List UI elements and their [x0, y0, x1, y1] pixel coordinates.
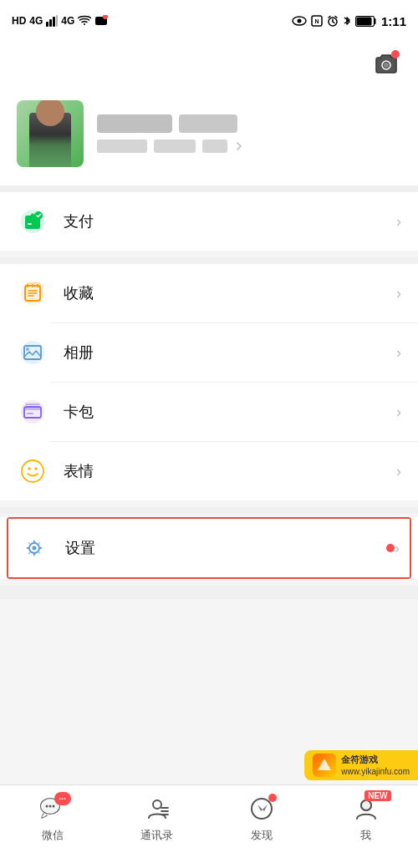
avatar-figure — [29, 113, 71, 167]
alarm-icon — [327, 15, 339, 27]
favorites-icon — [17, 277, 48, 309]
profile-name-row — [97, 114, 401, 133]
discover-badge-dot — [268, 794, 277, 802]
contacts-icon — [145, 796, 170, 821]
avatar-head — [36, 100, 64, 126]
svg-marker-37 — [318, 759, 331, 770]
discover-icon-wrap — [245, 794, 278, 824]
status-bar: HD 4G 4G N — [0, 0, 418, 42]
wechat-icon-wrap: ··· — [36, 794, 69, 824]
status-right: N 1:11 — [292, 14, 406, 28]
svg-rect-21 — [28, 223, 32, 225]
svg-rect-3 — [56, 15, 58, 27]
nav-item-contacts[interactable]: 通讯录 — [104, 794, 209, 843]
me-icon-wrap: NEW — [349, 794, 383, 824]
signal-4g-2: 4G — [61, 15, 74, 27]
bottom-navigation: ··· 微信 通讯录 发现 — [0, 784, 418, 868]
payment-icon — [17, 206, 48, 237]
svg-point-32 — [22, 460, 43, 482]
wechat-badge: ··· — [54, 792, 71, 805]
album-arrow: › — [396, 344, 401, 362]
discover-nav-label: 发现 — [251, 828, 273, 843]
payment-label: 支付 — [64, 211, 396, 231]
settings-section: 设置 › — [0, 517, 418, 579]
album-icon — [17, 337, 48, 368]
cards-arrow: › — [396, 404, 401, 421]
camera-area — [0, 42, 418, 85]
signal-icon — [46, 15, 58, 27]
menu-item-favorites[interactable]: 收藏 › — [0, 264, 418, 322]
menu-item-cards[interactable]: 卡包 › — [0, 383, 418, 441]
svg-point-41 — [48, 805, 51, 808]
svg-line-13 — [329, 17, 330, 18]
settings-notification-dot — [386, 544, 395, 552]
svg-rect-30 — [24, 407, 41, 410]
me-nav-label: 我 — [360, 828, 371, 843]
me-badge-new: NEW — [364, 790, 390, 801]
settings-arrow: › — [395, 540, 400, 557]
avatar[interactable] — [17, 100, 84, 167]
emoji-arrow: › — [396, 463, 401, 480]
nav-item-me[interactable]: NEW 我 — [314, 794, 418, 843]
section-divider-bottom — [0, 586, 418, 599]
profile-info — [97, 114, 401, 153]
svg-rect-2 — [53, 17, 55, 27]
cards-icon — [17, 396, 48, 428]
svg-line-14 — [335, 17, 337, 18]
payment-arrow: › — [396, 213, 401, 231]
contacts-icon-wrap — [140, 794, 174, 824]
menu-item-album[interactable]: 相册 › — [0, 323, 418, 382]
nav-item-wechat[interactable]: ··· 微信 — [0, 794, 104, 843]
svg-line-12 — [333, 22, 334, 23]
section-divider-1 — [0, 257, 418, 264]
profile-name-blur-1 — [97, 114, 172, 133]
watermark-logo — [313, 754, 336, 777]
profile-sub-blur-1 — [97, 140, 147, 153]
profile-area — [0, 85, 418, 185]
watermark-line1: 金符游戏 — [341, 754, 410, 765]
camera-notification-dot — [391, 50, 400, 58]
svg-point-49 — [361, 800, 371, 810]
menu-item-payment[interactable]: 支付 › — [0, 192, 418, 251]
section-divider-2 — [0, 507, 418, 514]
menu-item-settings[interactable]: 设置 › — [8, 519, 410, 577]
svg-point-7 — [297, 19, 301, 23]
network-label: HD — [12, 15, 26, 27]
profile-name-blur-2 — [179, 114, 237, 133]
svg-rect-16 — [356, 17, 371, 25]
nfc-icon: N — [311, 15, 323, 27]
emoji-icon — [17, 455, 48, 487]
emoji-label: 表情 — [64, 461, 396, 481]
favorites-arrow: › — [396, 285, 401, 302]
svg-point-43 — [153, 800, 161, 809]
wifi-icon — [78, 15, 91, 27]
svg-point-34 — [34, 467, 38, 470]
settings-label: 设置 — [65, 538, 381, 558]
svg-point-18 — [384, 63, 389, 68]
svg-point-42 — [52, 805, 54, 808]
watermark-text: 金符游戏 www.yikajinfu.com — [341, 754, 410, 776]
message-notify-icon — [94, 15, 108, 27]
camera-button[interactable] — [371, 48, 401, 79]
settings-icon — [18, 532, 50, 564]
album-label: 相册 — [64, 343, 396, 363]
profile-arrow-icon — [234, 141, 244, 151]
svg-rect-0 — [46, 22, 48, 27]
bluetooth-icon — [343, 15, 351, 27]
profile-sub-row — [97, 140, 401, 153]
svg-text:N: N — [314, 18, 319, 24]
watermark: 金符游戏 www.yikajinfu.com — [304, 750, 418, 780]
eye-icon — [292, 15, 307, 27]
svg-rect-1 — [49, 19, 52, 27]
nav-item-discover[interactable]: 发现 — [209, 794, 314, 843]
menu-item-emoji[interactable]: 表情 › — [0, 442, 418, 500]
favorites-label: 收藏 — [64, 283, 396, 303]
svg-point-33 — [28, 467, 31, 470]
svg-point-40 — [45, 805, 48, 808]
signal-4g-1: 4G — [29, 15, 43, 27]
watermark-line2: www.yikajinfu.com — [341, 766, 410, 777]
svg-rect-31 — [27, 413, 33, 414]
payment-section: 支付 › — [0, 192, 418, 251]
time-display: 1:11 — [381, 14, 406, 28]
contacts-nav-label: 通讯录 — [140, 828, 173, 843]
